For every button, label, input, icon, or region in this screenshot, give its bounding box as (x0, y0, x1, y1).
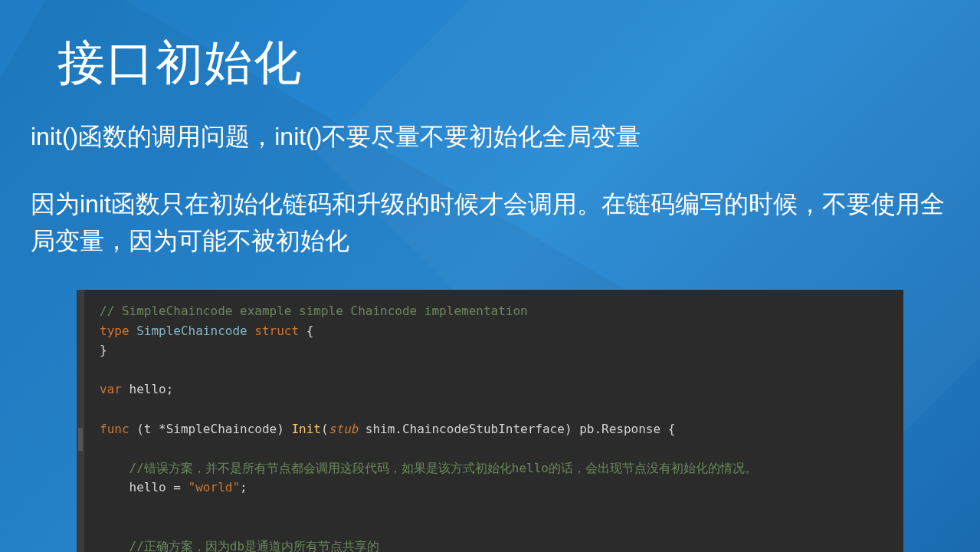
code-line: // SimpleChaincode example simple Chainc… (100, 301, 888, 321)
scrollbar-thumb[interactable] (78, 428, 83, 451)
slide-subtitle: init()函数的调用问题，init()不要尽量不要初始化全局变量 (0, 95, 980, 155)
code-line: var hello; (100, 380, 888, 399)
code-line: //错误方案，并不是所有节点都会调用这段代码，如果是该方式初始化hello的话，… (100, 458, 888, 478)
code-line: type SimpleChaincode struct { (100, 321, 888, 341)
code-line: //正确方案，因为db是通道内所有节点共享的 (100, 537, 888, 552)
code-line: hello = "world"; (100, 478, 888, 498)
code-line: func (t *SimpleChaincode) Init(stub shim… (100, 419, 888, 439)
code-line: } (100, 340, 888, 360)
code-block: // SimpleChaincode example simple Chainc… (77, 290, 903, 552)
slide-title: 接口初始化 (0, 0, 980, 95)
slide-paragraph: 因为init函数只在初始化链码和升级的时候才会调用。在链码编写的时候，不要使用全… (0, 155, 980, 259)
code-line (100, 360, 888, 380)
code-line (100, 518, 888, 537)
code-line (100, 399, 888, 419)
code-line (100, 439, 888, 458)
code-line (100, 498, 888, 518)
